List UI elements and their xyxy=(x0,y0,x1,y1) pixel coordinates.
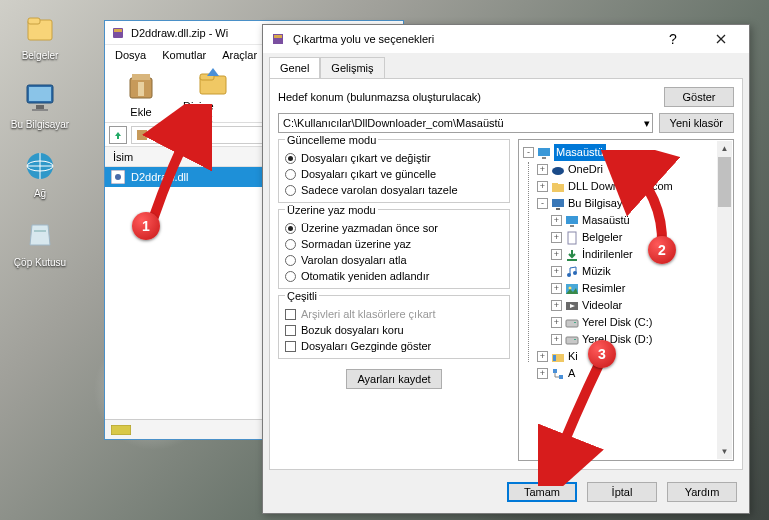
expand-icon[interactable]: + xyxy=(551,249,562,260)
expand-icon[interactable]: + xyxy=(551,283,562,294)
expand-icon[interactable]: + xyxy=(551,232,562,243)
radio-option[interactable]: Sadece varolan dosyaları tazele xyxy=(285,184,503,196)
svg-rect-27 xyxy=(556,208,560,210)
radio-option[interactable]: Dosyaları çıkart ve güncelle xyxy=(285,168,503,180)
recycle-bin-icon[interactable]: Çöp Kutusu xyxy=(10,217,70,268)
menu-dosya[interactable]: Dosya xyxy=(109,47,152,63)
close-button[interactable] xyxy=(701,25,741,53)
documents-icon[interactable]: Belgeler xyxy=(10,10,70,61)
up-button[interactable] xyxy=(109,126,127,144)
tree-node[interactable]: +Belgeler xyxy=(523,229,729,246)
scroll-up-icon[interactable]: ▲ xyxy=(717,141,732,156)
overwrite-mode-fieldset: Üzerine yaz modu Üzerine yazmadan önce s… xyxy=(278,209,510,289)
extract-dialog: Çıkartma yolu ve seçenekleri ? Genel Gel… xyxy=(262,24,750,514)
tree-node[interactable]: +Resimler xyxy=(523,280,729,297)
radio-option[interactable]: Üzerine yazmadan önce sor xyxy=(285,222,503,234)
scroll-down-icon[interactable]: ▼ xyxy=(717,444,732,459)
show-button[interactable]: Göster xyxy=(664,87,734,107)
tree-node[interactable]: +Müzik xyxy=(523,263,729,280)
dialog-icon xyxy=(271,32,285,46)
update-mode-legend: Güncelleme modu xyxy=(285,134,378,146)
checkbox-option[interactable]: Dosyaları Gezginde göster xyxy=(285,340,503,352)
tree-node-label: A xyxy=(568,365,575,382)
svg-rect-22 xyxy=(542,157,546,159)
this-pc-icon[interactable]: Bu Bilgisayar xyxy=(10,79,70,130)
help-button-bottom[interactable]: Yardım xyxy=(667,482,737,502)
expand-icon[interactable]: + xyxy=(551,215,562,226)
tab-general[interactable]: Genel xyxy=(269,57,320,78)
tab-body: Hedef konum (bulunmazsa oluşturulacak) G… xyxy=(269,78,743,470)
new-folder-button[interactable]: Yeni klasör xyxy=(659,113,734,133)
dialog-titlebar[interactable]: Çıkartma yolu ve seçenekleri ? xyxy=(263,25,749,53)
radio-option[interactable]: Varolan dosyaları atla xyxy=(285,254,503,266)
this-pc-icon-glyph xyxy=(22,79,58,115)
folder-tree[interactable]: -Masaüstü+OneDri+DLL Downloader.com-Bu B… xyxy=(518,139,734,461)
expand-icon[interactable]: + xyxy=(537,164,548,175)
tree-node[interactable]: +Masaüstü xyxy=(523,212,729,229)
dialog-buttons: Tamam İptal Yardım xyxy=(263,476,749,508)
checkbox-label: Arşivleri alt klasörlere çıkart xyxy=(301,308,435,320)
help-button[interactable]: ? xyxy=(653,25,693,53)
tree-disk-icon xyxy=(565,316,579,330)
tree-node-label: Masaüstü xyxy=(582,212,630,229)
tree-node[interactable]: -Bu Bilgisayar xyxy=(523,195,729,212)
misc-legend: Çeşitli xyxy=(285,290,319,302)
checkbox-option[interactable]: Arşivleri alt klasörlere çıkart xyxy=(285,308,503,320)
radio-label: Sormadan üzerine yaz xyxy=(301,238,411,250)
radio-option[interactable]: Sormadan üzerine yaz xyxy=(285,238,503,250)
tree-node[interactable]: -Masaüstü xyxy=(523,144,729,161)
tree-desktop-icon xyxy=(537,146,551,160)
svg-rect-21 xyxy=(538,148,550,156)
svg-rect-42 xyxy=(553,355,556,361)
expand-icon[interactable]: + xyxy=(551,334,562,345)
svg-rect-29 xyxy=(570,225,574,227)
tool-add[interactable]: Ekle xyxy=(111,70,171,118)
tree-node[interactable]: +DLL Downloader.com xyxy=(523,178,729,195)
tree-node[interactable]: +Yerel Disk (C:) xyxy=(523,314,729,331)
expand-icon[interactable]: + xyxy=(537,351,548,362)
tree-node[interactable]: +A xyxy=(523,365,729,382)
dest-path-combo[interactable]: C:\Kullanıcılar\DllDownloader_com\Masaüs… xyxy=(278,113,653,133)
tree-node-label: DLL Downloader.com xyxy=(568,178,673,195)
tree-node[interactable]: +OneDri xyxy=(523,161,729,178)
menu-araçlar[interactable]: Araçlar xyxy=(216,47,263,63)
tool-extract-label: Dizine Çıkart xyxy=(183,100,243,124)
tree-folder-icon xyxy=(551,180,565,194)
dest-path-text: C:\Kullanıcılar\DllDownloader_com\Masaüs… xyxy=(283,117,504,129)
desktop-icon-label: Ağ xyxy=(34,188,46,199)
menu-komutlar[interactable]: Komutlar xyxy=(156,47,212,63)
tree-node[interactable]: +Ki xyxy=(523,348,729,365)
expand-icon[interactable]: + xyxy=(551,300,562,311)
network-icon-glyph xyxy=(22,148,58,184)
radio-option[interactable]: Dosyaları çıkart ve değiştir xyxy=(285,152,503,164)
tree-node[interactable]: +İndirilenler xyxy=(523,246,729,263)
tree-node[interactable]: +Yerel Disk (D:) xyxy=(523,331,729,348)
checkbox-option[interactable]: Bozuk dosyaları koru xyxy=(285,324,503,336)
tree-scrollbar[interactable]: ▲ ▼ xyxy=(717,141,732,459)
cancel-button[interactable]: İptal xyxy=(587,482,657,502)
expand-icon[interactable]: + xyxy=(537,181,548,192)
checkbox-icon xyxy=(285,309,296,320)
expand-icon[interactable]: + xyxy=(551,317,562,328)
svg-rect-30 xyxy=(568,232,576,244)
expand-icon[interactable]: - xyxy=(523,147,534,158)
scroll-thumb[interactable] xyxy=(718,157,731,207)
radio-label: Varolan dosyaları atla xyxy=(301,254,407,266)
network-icon[interactable]: Ağ xyxy=(10,148,70,199)
svg-rect-11 xyxy=(132,74,150,80)
tool-extract[interactable]: Dizine Çıkart xyxy=(183,64,243,124)
save-settings-button[interactable]: Ayarları kaydet xyxy=(346,369,441,389)
svg-rect-12 xyxy=(138,82,144,96)
radio-option[interactable]: Otomatik yeniden adlandır xyxy=(285,270,503,282)
tab-advanced[interactable]: Gelişmiş xyxy=(320,57,384,78)
ok-button[interactable]: Tamam xyxy=(507,482,577,502)
expand-icon[interactable]: - xyxy=(537,198,548,209)
expand-icon[interactable]: + xyxy=(537,368,548,379)
radio-icon xyxy=(285,255,296,266)
tree-node[interactable]: +Videolar xyxy=(523,297,729,314)
tree-downloads-icon xyxy=(565,248,579,262)
expand-icon[interactable]: + xyxy=(551,266,562,277)
dll-icon xyxy=(111,170,125,184)
tree-network-icon xyxy=(551,367,565,381)
desktop-icon-label: Belgeler xyxy=(22,50,59,61)
